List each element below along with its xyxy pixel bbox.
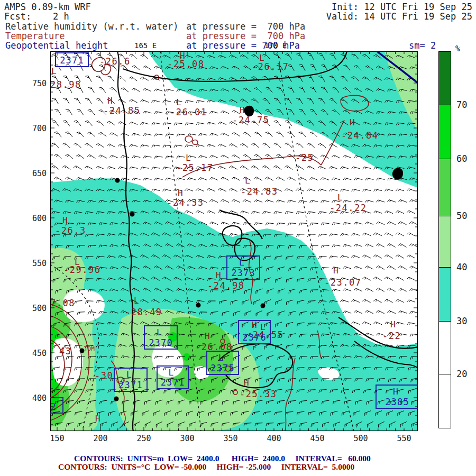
field-temp-level: at pressure = 700 hPa	[186, 31, 305, 41]
temp-extremum-letter: H	[95, 415, 100, 423]
temp-value-label: -25.17	[176, 163, 213, 172]
y-tick-label: 500	[26, 304, 47, 313]
x-tick-label: 350	[223, 434, 237, 443]
x-tick-label: 300	[180, 434, 194, 443]
amps-wrf-screenshot: { "header": { "model": "AMPS 0.89-km WRF…	[0, 0, 476, 476]
field-hgt-label: Geopotential height	[5, 41, 108, 50]
temp-value-label: -28.49	[125, 308, 162, 317]
temp-extremum-letter: H	[107, 97, 113, 105]
height-extremum-letter: L	[157, 328, 162, 337]
height-extremum-letter: L	[260, 323, 266, 332]
temp-extremum-letter: L	[134, 297, 139, 305]
temp-value-label: -30	[95, 371, 113, 380]
colorbar-segment	[439, 374, 451, 428]
temp-value-label: 28.98	[50, 80, 81, 89]
temp-value-label: -24.75	[232, 116, 269, 125]
temp-value-label: -24.33	[167, 198, 204, 207]
temp-extremum-letter: H	[62, 216, 68, 225]
height-value-label: 2385	[376, 398, 418, 407]
field-rh-level: at pressure = 700 hPa	[186, 22, 305, 31]
temp-extremum-letter: H	[350, 118, 355, 127]
height-value-label: 72	[50, 402, 63, 411]
temp-extremum-letter: H	[244, 379, 249, 387]
colorbar-tick-label: 30	[456, 316, 467, 326]
temp-value-label: -25.33	[240, 390, 277, 399]
height-value-label: 2376	[238, 333, 271, 342]
temp-value-label: -26.01	[170, 108, 207, 117]
valid-time: Valid: 14 UTC Fri 19 Sep 25	[326, 12, 472, 21]
height-value-label: 2370	[144, 338, 178, 347]
temp-value-label: -23.07	[324, 278, 361, 287]
height-extremum-letter: L	[169, 369, 174, 377]
colorbar-tick-label: 60	[456, 153, 467, 164]
meridian-label-170e: 170 E	[264, 41, 287, 50]
temp-value-label: -24.22	[329, 204, 367, 213]
y-tick-label: 700	[26, 124, 47, 133]
x-tick-label: 400	[267, 434, 281, 443]
x-tick-label: 500	[353, 434, 368, 443]
temp-value-label: -29.96	[63, 266, 100, 274]
colorbar-tick-label: 20	[456, 369, 467, 379]
field-temp-label: Temperature	[5, 31, 65, 41]
y-tick-label: 650	[26, 169, 47, 178]
temp-value-label: -24.83	[241, 187, 278, 196]
temp-extremum-letter: L	[186, 154, 191, 162]
height-value-label: 2371	[114, 381, 148, 390]
x-tick-label: 550	[397, 434, 411, 443]
forecast-hour: Fcst: 2 h	[4, 12, 69, 21]
colorbar-tick-label: 40	[456, 262, 467, 272]
temp-extremum-letter: H	[178, 189, 183, 198]
height-extremum-letter: H	[393, 388, 398, 396]
x-tick-label: 150	[50, 434, 64, 443]
colorbar-unit: %	[455, 44, 460, 53]
field-rh-label: Relative humidity (w.r.t. water)	[5, 22, 179, 31]
temp-value-label: -24.98	[207, 281, 244, 290]
temp-value-label: 7.08	[50, 299, 75, 308]
y-tick-label: 450	[26, 349, 47, 358]
colorbar-segment	[439, 216, 451, 268]
y-tick-label: 600	[26, 214, 47, 223]
temp-value-label: -25	[295, 153, 314, 162]
temp-value-label: -26.17	[252, 62, 289, 71]
height-extremum-letter: L	[218, 354, 224, 362]
colorbar-segment	[439, 105, 451, 159]
height-value-label: 2371	[157, 378, 189, 387]
temp-extremum-letter: L	[176, 98, 181, 107]
temp-contour-info: CONTOURS: UNITS=°C LOW= -50.000 HIGH= -2…	[58, 462, 354, 472]
temp-value-label: -22	[382, 332, 401, 341]
init-time: Init: 12 UTC Fri 19 Sep 25	[332, 2, 472, 12]
height-value-label: 2373	[226, 269, 260, 278]
temp-extremum-letter: L	[337, 194, 343, 202]
station-label: TDM	[84, 346, 95, 352]
temp-extremum-letter: H	[240, 106, 245, 115]
colorbar-segment	[439, 268, 451, 322]
map-label-layer: L28.98-26.6H-25.08L-26.17H-24.85L-26.01H…	[50, 51, 418, 431]
colorbar-segment	[439, 159, 451, 216]
height-extremum-letter: L	[239, 259, 244, 267]
temp-value-label: -26.3	[55, 226, 86, 235]
map-panel: L28.98-26.6H-25.08L-26.17H-24.85L-26.01H…	[50, 51, 418, 431]
height-value-label: 2371	[55, 56, 89, 65]
y-tick-label: 750	[26, 79, 47, 88]
temp-value-label: -25.08	[167, 60, 204, 69]
x-tick-label: 450	[310, 434, 324, 443]
temp-value-label: -24.85	[103, 106, 140, 115]
smoothing-label: sm= 2	[409, 41, 436, 50]
y-tick-label: 400	[26, 393, 47, 403]
temp-extremum-letter: H	[216, 271, 221, 280]
meridian-label-165e: 165 E	[134, 41, 157, 50]
temp-extremum-letter: L	[245, 177, 250, 185]
temp-value-label: -26.6	[99, 57, 131, 66]
colorbar-tick-label: 70	[456, 99, 467, 110]
temp-value-label: 43	[59, 347, 71, 356]
temp-extremum-letter: L	[51, 67, 57, 76]
height-extremum-letter: L	[126, 371, 132, 379]
height-value-label: 2375	[206, 364, 239, 373]
y-tick-label: 550	[26, 259, 47, 268]
temp-value-label: -24.84	[341, 131, 378, 140]
temp-extremum-letter: H	[205, 332, 210, 341]
x-tick-label: 250	[136, 434, 151, 443]
colorbar	[438, 51, 451, 428]
colorbar-tick-label: 50	[456, 210, 467, 221]
x-tick-label: 200	[93, 434, 107, 443]
